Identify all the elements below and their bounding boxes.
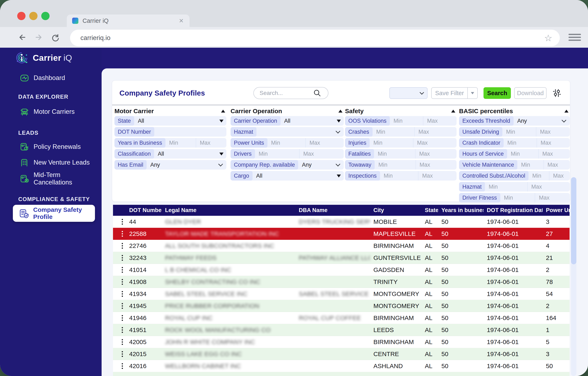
- filter-power-units[interactable]: Power UnitsMinMax: [231, 138, 344, 147]
- kebab-menu-icon[interactable]: [122, 351, 123, 352]
- sidebar-item-policy-renewals[interactable]: Policy Renewals: [12, 140, 100, 153]
- kebab-menu-icon[interactable]: [122, 303, 123, 304]
- max-input[interactable]: Max: [538, 149, 570, 158]
- column-settings-sliders-icon[interactable]: [552, 89, 561, 98]
- kebab-menu-icon[interactable]: [122, 243, 123, 244]
- filter-exceeds-threshold[interactable]: Exceeds ThresholdAny: [459, 116, 570, 125]
- kebab-menu-icon[interactable]: [122, 279, 123, 280]
- max-input[interactable]: Max: [418, 171, 457, 180]
- table-row[interactable]: 42016WELLBORN CABINET INCASHLANDAL501974…: [113, 360, 569, 372]
- min-input[interactable]: Min: [507, 149, 538, 158]
- filter-hazmat-percentile[interactable]: HazmatMinMax: [459, 182, 570, 191]
- column-header[interactable]: State: [421, 207, 438, 213]
- min-input[interactable]: Min: [485, 182, 527, 191]
- min-input[interactable]: Min: [375, 160, 415, 169]
- min-input[interactable]: Min: [370, 138, 413, 147]
- minimize-window-button[interactable]: [29, 12, 38, 20]
- max-input[interactable]: Max: [527, 182, 570, 191]
- filter-dot-number[interactable]: DOT Number: [115, 127, 226, 136]
- table-row[interactable]: 22746ALL SOUTH SUBCONTRACTORS INCBIRMING…: [113, 240, 569, 252]
- search-box[interactable]: [253, 87, 328, 99]
- browser-tab[interactable]: Carrier iQ ✕: [67, 14, 189, 27]
- table-row[interactable]: 41908SHELBY CONTRACTING CO INCTRINITYAL5…: [113, 276, 569, 288]
- max-input[interactable]: Max: [196, 138, 226, 147]
- filter-driver-fitness[interactable]: Driver FitnessMinMax: [459, 193, 570, 202]
- filter-unsafe-driving[interactable]: Unsafe DrivingMinMax: [459, 127, 570, 136]
- table-row[interactable]: 41014L B CHEMICAL CO INCGADSDENAL501974-…: [113, 264, 569, 276]
- min-input[interactable]: Min: [528, 171, 549, 180]
- filter-hours-of-service[interactable]: Hours of ServiceMinMax: [459, 149, 570, 158]
- kebab-menu-icon[interactable]: [122, 363, 123, 364]
- max-input[interactable]: Max: [414, 127, 457, 136]
- max-input[interactable]: Max: [415, 149, 457, 158]
- collapse-arrow-icon[interactable]: [338, 110, 343, 113]
- search-button[interactable]: Search: [483, 87, 511, 99]
- filter-vehicle-maintenance[interactable]: Vehicle MaintenanceMinMax: [459, 160, 570, 169]
- max-input[interactable]: Max: [549, 171, 570, 180]
- min-input[interactable]: Min: [373, 127, 414, 136]
- table-row[interactable]: 42015WEISS LAKE EGG CO INCCENTREAL501974…: [113, 348, 569, 360]
- min-input[interactable]: Min: [267, 138, 305, 147]
- filter-company-rep-available[interactable]: Company Rep. availableAny: [231, 160, 344, 169]
- table-row[interactable]: 41934SABEL STEEL SERVICE INCSABEL STEEL …: [113, 288, 569, 300]
- table-row[interactable]: 41951ROCK WOOL MANUFACTURING COLEEDSAL50…: [113, 324, 569, 336]
- table-row[interactable]: 42005JOHN R WHITE COMPANY INCBIRMINGHAMA…: [113, 336, 569, 348]
- filter-years-in-business[interactable]: Years in BusinessMinMax: [115, 138, 226, 147]
- sidebar-item-new-venture-leads[interactable]: New Venture Leads: [12, 156, 100, 169]
- column-header[interactable]: City: [370, 207, 421, 213]
- kebab-menu-icon[interactable]: [122, 327, 123, 328]
- max-input[interactable]: Max: [416, 160, 457, 169]
- min-input[interactable]: Min: [255, 149, 299, 158]
- collapse-arrow-icon[interactable]: [451, 110, 455, 113]
- browser-menu-icon[interactable]: [568, 33, 581, 42]
- min-input[interactable]: Min: [390, 116, 423, 125]
- min-input[interactable]: Min: [502, 127, 536, 136]
- sidebar-item-company-safety-profile[interactable]: Company Safety Profile: [13, 205, 95, 222]
- collapse-arrow-icon[interactable]: [564, 110, 568, 113]
- table-row[interactable]: 41945PRICE RUBBER CORPORATIONMONTGOMERYA…: [113, 300, 569, 312]
- filter-crashes[interactable]: CrashesMinMax: [345, 127, 457, 136]
- collapse-arrow-icon[interactable]: [221, 110, 225, 113]
- table-row-alert[interactable]: 22588TAYLOR MADE TRANSPORTATION INCMAPLE…: [113, 228, 569, 240]
- kebab-menu-icon[interactable]: [122, 315, 123, 316]
- filter-towaway[interactable]: TowawayMinMax: [345, 160, 457, 169]
- filter-drivers[interactable]: DriversMinMax: [231, 149, 344, 158]
- kebab-menu-icon[interactable]: [122, 339, 123, 340]
- tab-close-icon[interactable]: ✕: [179, 17, 184, 24]
- table-row[interactable]: 44GLEN DYERDYERS TRUCKING SERVICEMOBILEA…: [113, 216, 569, 228]
- close-window-button[interactable]: [17, 12, 25, 20]
- address-bar[interactable]: carrieriq.io ☆: [70, 30, 560, 46]
- sidebar-item-motor-carriers[interactable]: Motor Carriers: [12, 105, 100, 118]
- sidebar-item-mid-term-cancellations[interactable]: Mid-Term Cancellations: [12, 172, 100, 185]
- max-input[interactable]: Max: [536, 127, 570, 136]
- column-header[interactable]: DBA Name: [295, 207, 370, 213]
- refresh-icon[interactable]: [51, 33, 60, 42]
- max-input[interactable]: Max: [305, 138, 344, 147]
- max-input[interactable]: Max: [413, 138, 457, 147]
- filter-injuries[interactable]: InjuriesMinMax: [345, 138, 457, 147]
- filter-fatalities[interactable]: FatalitiesMinMax: [345, 149, 457, 158]
- min-input[interactable]: Min: [517, 160, 543, 169]
- filter-controlled-subst-alcohol[interactable]: Controlled Subst./AlcoholMinMax: [459, 171, 570, 180]
- max-input[interactable]: Max: [299, 149, 344, 158]
- column-header[interactable]: Years in business: [438, 207, 483, 213]
- filter-hazmat[interactable]: Hazmat: [231, 127, 344, 136]
- filter-oos-violations[interactable]: OOS ViolationsMinMax: [345, 116, 457, 125]
- column-header[interactable]: DOT Number: [126, 207, 162, 213]
- scrollbar-thumb[interactable]: [571, 177, 576, 264]
- column-header[interactable]: DOT Registration Date: [483, 207, 543, 213]
- min-input[interactable]: Min: [500, 193, 535, 202]
- min-input[interactable]: Min: [380, 171, 418, 180]
- min-input[interactable]: Min: [504, 138, 536, 147]
- save-filter-button[interactable]: Save Filter: [431, 87, 478, 99]
- kebab-menu-icon[interactable]: [122, 267, 123, 268]
- kebab-menu-icon[interactable]: [122, 291, 123, 292]
- saved-filter-select[interactable]: [389, 87, 428, 99]
- sidebar-item-dashboard[interactable]: Dashboard: [12, 72, 100, 84]
- table-row[interactable]: 32243PATHWAY FEEDSPATHWAY ALLIANCE LLCGU…: [113, 252, 569, 264]
- max-input[interactable]: Max: [423, 116, 457, 125]
- back-icon[interactable]: [18, 33, 27, 42]
- filter-inspections[interactable]: InspectionsMinMax: [345, 171, 457, 180]
- filter-has-email[interactable]: Has EmailAny: [115, 160, 226, 169]
- forward-icon[interactable]: [34, 33, 43, 42]
